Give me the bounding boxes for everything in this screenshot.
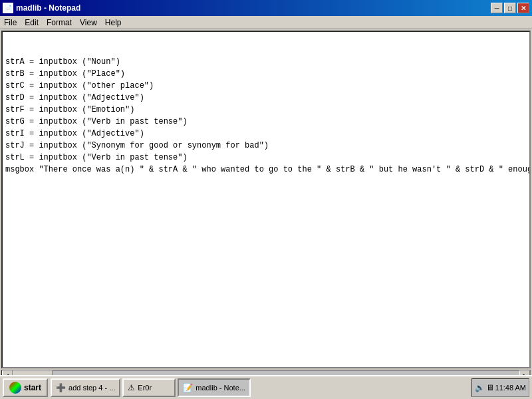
maximize-button[interactable]: □ bbox=[504, 3, 516, 13]
menu-format[interactable]: Format bbox=[43, 16, 76, 29]
app-icon: 📄 bbox=[3, 3, 13, 13]
code-line: strD = inputbox ("Adjective") bbox=[5, 92, 527, 104]
code-line: msgbox "There once was a(n) " & strA & "… bbox=[5, 164, 527, 176]
menu-edit[interactable]: Edit bbox=[21, 16, 43, 29]
taskbar-tray: 🔊 🖥 11:48 AM bbox=[471, 378, 529, 397]
clock: 11:48 AM bbox=[495, 384, 526, 392]
code-line: strI = inputbox ("Adjective") bbox=[5, 128, 527, 140]
taskbar-item-icon: ➕ bbox=[56, 383, 66, 392]
code-line: strF = inputbox ("Emotion") bbox=[5, 104, 527, 116]
taskbar-item[interactable]: ⚠Er0r bbox=[122, 378, 176, 397]
code-line: strG = inputbox ("Verb in past tense") bbox=[5, 116, 527, 128]
editor-content[interactable]: strA = inputbox ("Noun")strB = inputbox … bbox=[3, 32, 529, 367]
tray-icon-2: 🖥 bbox=[486, 383, 494, 393]
menu-help[interactable]: Help bbox=[101, 16, 126, 29]
start-label: start bbox=[24, 383, 41, 392]
taskbar-items: ➕add step 4 - ...⚠Er0r📝madlib - Note... bbox=[51, 378, 469, 397]
menu-view[interactable]: View bbox=[76, 16, 101, 29]
taskbar-item[interactable]: ➕add step 4 - ... bbox=[51, 378, 120, 397]
code-line: strA = inputbox ("Noun") bbox=[5, 56, 527, 68]
taskbar-item-label: add step 4 - ... bbox=[68, 384, 115, 392]
minimize-button[interactable]: ─ bbox=[491, 3, 503, 13]
menu-bar: File Edit Format View Help bbox=[0, 16, 532, 29]
start-icon bbox=[9, 382, 21, 394]
title-bar-left: 📄 madlib - Notepad bbox=[3, 3, 80, 13]
code-line: strJ = inputbox ("Synonym for good or sy… bbox=[5, 140, 527, 152]
start-button[interactable]: start bbox=[3, 378, 48, 397]
close-button[interactable]: ✕ bbox=[517, 3, 529, 13]
taskbar-item-label: Er0r bbox=[138, 384, 152, 392]
code-line: strL = inputbox ("Verb in past tense") bbox=[5, 152, 527, 164]
taskbar: start ➕add step 4 - ...⚠Er0r📝madlib - No… bbox=[0, 375, 532, 399]
title-bar-buttons: ─ □ ✕ bbox=[491, 3, 529, 13]
tray-icon-1: 🔊 bbox=[475, 383, 485, 393]
editor-container[interactable]: strA = inputbox ("Noun")strB = inputbox … bbox=[1, 31, 531, 368]
taskbar-item-icon: ⚠ bbox=[128, 383, 135, 392]
taskbar-item[interactable]: 📝madlib - Note... bbox=[178, 378, 251, 397]
menu-file[interactable]: File bbox=[0, 16, 21, 29]
title-bar: 📄 madlib - Notepad ─ □ ✕ bbox=[0, 0, 532, 16]
taskbar-item-icon: 📝 bbox=[183, 383, 193, 392]
code-line: strB = inputbox ("Place") bbox=[5, 68, 527, 80]
code-line: strC = inputbox ("other place") bbox=[5, 80, 527, 92]
taskbar-item-label: madlib - Note... bbox=[196, 384, 245, 392]
window-title: madlib - Notepad bbox=[16, 3, 80, 13]
